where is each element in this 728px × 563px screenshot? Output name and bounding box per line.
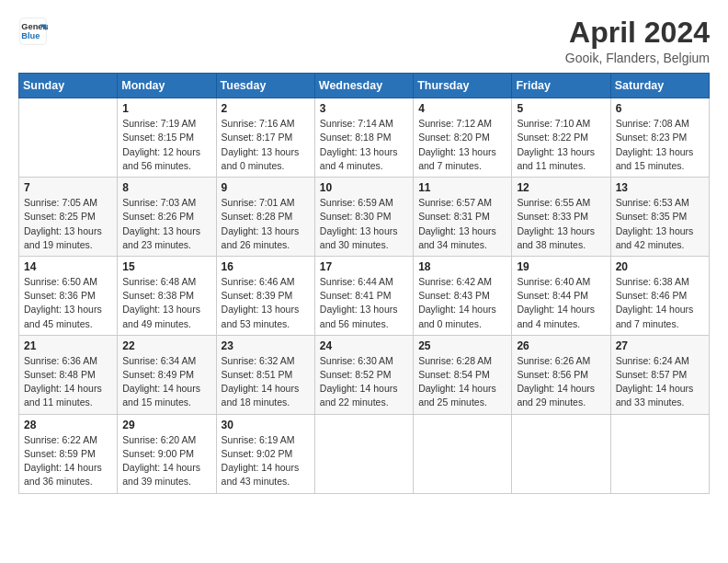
weekday-header-saturday: Saturday [610,74,709,98]
day-info: Sunrise: 7:14 AM Sunset: 8:18 PM Dayligh… [320,117,408,173]
day-number: 2 [222,102,310,115]
calendar-week-row: 1Sunrise: 7:19 AM Sunset: 8:15 PM Daylig… [19,98,710,178]
day-number: 9 [222,181,310,194]
calendar-cell: 26Sunrise: 6:26 AM Sunset: 8:56 PM Dayli… [512,335,610,414]
day-info: Sunrise: 6:42 AM Sunset: 8:43 PM Dayligh… [418,275,506,331]
weekday-header-tuesday: Tuesday [216,74,314,98]
calendar-cell: 25Sunrise: 6:28 AM Sunset: 8:54 PM Dayli… [414,335,512,414]
calendar-cell: 16Sunrise: 6:46 AM Sunset: 8:39 PM Dayli… [216,256,314,335]
calendar-week-row: 21Sunrise: 6:36 AM Sunset: 8:48 PM Dayli… [19,335,710,414]
day-info: Sunrise: 6:26 AM Sunset: 8:56 PM Dayligh… [517,354,605,410]
day-number: 4 [418,102,506,115]
day-number: 17 [320,260,408,273]
day-number: 24 [320,339,408,352]
day-info: Sunrise: 6:48 AM Sunset: 8:38 PM Dayligh… [122,275,210,331]
calendar-cell [414,414,512,493]
day-number: 14 [24,260,112,273]
calendar-cell: 30Sunrise: 6:19 AM Sunset: 9:02 PM Dayli… [216,414,314,493]
day-info: Sunrise: 6:20 AM Sunset: 9:00 PM Dayligh… [122,433,210,489]
day-info: Sunrise: 6:44 AM Sunset: 8:41 PM Dayligh… [320,275,408,331]
calendar-week-row: 14Sunrise: 6:50 AM Sunset: 8:36 PM Dayli… [19,256,710,335]
svg-text:Blue: Blue [21,31,40,40]
day-info: Sunrise: 6:46 AM Sunset: 8:39 PM Dayligh… [222,275,310,331]
calendar-cell: 19Sunrise: 6:40 AM Sunset: 8:44 PM Dayli… [512,256,610,335]
day-number: 27 [616,339,704,352]
day-number: 10 [320,181,408,194]
day-number: 15 [122,260,210,273]
day-number: 23 [222,339,310,352]
day-info: Sunrise: 6:28 AM Sunset: 8:54 PM Dayligh… [418,354,506,410]
calendar-cell: 9Sunrise: 7:01 AM Sunset: 8:28 PM Daylig… [216,178,314,257]
day-info: Sunrise: 6:53 AM Sunset: 8:35 PM Dayligh… [616,196,704,252]
header: General Blue April 2024 Gooik, Flanders,… [18,17,710,65]
day-number: 30 [222,419,310,431]
day-number: 13 [616,181,704,194]
calendar-week-row: 28Sunrise: 6:22 AM Sunset: 8:59 PM Dayli… [19,414,710,493]
calendar-cell: 18Sunrise: 6:42 AM Sunset: 8:43 PM Dayli… [414,256,512,335]
calendar-cell: 7Sunrise: 7:05 AM Sunset: 8:25 PM Daylig… [19,178,118,257]
calendar-cell: 21Sunrise: 6:36 AM Sunset: 8:48 PM Dayli… [19,335,118,414]
calendar-cell [512,414,610,493]
calendar-cell [314,414,413,493]
day-number: 7 [24,181,112,194]
day-info: Sunrise: 6:59 AM Sunset: 8:30 PM Dayligh… [320,196,408,252]
calendar-cell [19,98,118,178]
day-info: Sunrise: 6:24 AM Sunset: 8:57 PM Dayligh… [616,354,704,410]
calendar-cell: 3Sunrise: 7:14 AM Sunset: 8:18 PM Daylig… [314,98,413,178]
day-info: Sunrise: 6:34 AM Sunset: 8:49 PM Dayligh… [122,354,210,410]
weekday-header-monday: Monday [118,74,216,98]
day-number: 16 [222,260,310,273]
day-info: Sunrise: 7:12 AM Sunset: 8:20 PM Dayligh… [418,117,506,173]
calendar-cell: 4Sunrise: 7:12 AM Sunset: 8:20 PM Daylig… [414,98,512,178]
weekday-header-row: SundayMondayTuesdayWednesdayThursdayFrid… [19,74,710,98]
day-number: 12 [517,181,605,194]
calendar-cell: 28Sunrise: 6:22 AM Sunset: 8:59 PM Dayli… [19,414,118,493]
calendar-cell: 12Sunrise: 6:55 AM Sunset: 8:33 PM Dayli… [512,178,610,257]
day-number: 11 [418,181,506,194]
day-number: 22 [122,339,210,352]
day-number: 5 [517,102,605,115]
calendar-cell: 2Sunrise: 7:16 AM Sunset: 8:17 PM Daylig… [216,98,314,178]
day-number: 21 [24,339,112,352]
day-info: Sunrise: 6:38 AM Sunset: 8:46 PM Dayligh… [616,275,704,331]
calendar-table: SundayMondayTuesdayWednesdayThursdayFrid… [18,73,710,493]
calendar-cell: 11Sunrise: 6:57 AM Sunset: 8:31 PM Dayli… [414,178,512,257]
day-number: 1 [122,102,210,115]
calendar-cell: 23Sunrise: 6:32 AM Sunset: 8:51 PM Dayli… [216,335,314,414]
calendar-cell: 8Sunrise: 7:03 AM Sunset: 8:26 PM Daylig… [118,178,216,257]
day-number: 19 [517,260,605,273]
calendar-week-row: 7Sunrise: 7:05 AM Sunset: 8:25 PM Daylig… [19,178,710,257]
weekday-header-thursday: Thursday [414,74,512,98]
day-info: Sunrise: 6:57 AM Sunset: 8:31 PM Dayligh… [418,196,506,252]
day-info: Sunrise: 6:55 AM Sunset: 8:33 PM Dayligh… [517,196,605,252]
logo: General Blue [18,17,48,46]
calendar-cell: 14Sunrise: 6:50 AM Sunset: 8:36 PM Dayli… [19,256,118,335]
calendar-cell: 24Sunrise: 6:30 AM Sunset: 8:52 PM Dayli… [314,335,413,414]
day-number: 8 [122,181,210,194]
calendar-cell: 13Sunrise: 6:53 AM Sunset: 8:35 PM Dayli… [610,178,709,257]
day-number: 25 [418,339,506,352]
calendar-cell: 5Sunrise: 7:10 AM Sunset: 8:22 PM Daylig… [512,98,610,178]
calendar-cell: 10Sunrise: 6:59 AM Sunset: 8:30 PM Dayli… [314,178,413,257]
main-title: April 2024 [565,17,710,49]
calendar-cell: 15Sunrise: 6:48 AM Sunset: 8:38 PM Dayli… [118,256,216,335]
day-info: Sunrise: 6:30 AM Sunset: 8:52 PM Dayligh… [320,354,408,410]
day-info: Sunrise: 6:32 AM Sunset: 8:51 PM Dayligh… [222,354,310,410]
day-info: Sunrise: 6:50 AM Sunset: 8:36 PM Dayligh… [24,275,112,331]
day-info: Sunrise: 7:19 AM Sunset: 8:15 PM Dayligh… [122,117,210,173]
weekday-header-sunday: Sunday [19,74,118,98]
day-number: 20 [616,260,704,273]
day-number: 29 [122,419,210,431]
day-info: Sunrise: 7:10 AM Sunset: 8:22 PM Dayligh… [517,117,605,173]
weekday-header-friday: Friday [512,74,610,98]
calendar-cell: 6Sunrise: 7:08 AM Sunset: 8:23 PM Daylig… [610,98,709,178]
title-block: April 2024 Gooik, Flanders, Belgium [565,17,710,65]
calendar-cell: 22Sunrise: 6:34 AM Sunset: 8:49 PM Dayli… [118,335,216,414]
calendar-cell [610,414,709,493]
day-info: Sunrise: 7:03 AM Sunset: 8:26 PM Dayligh… [122,196,210,252]
day-number: 6 [616,102,704,115]
day-info: Sunrise: 7:16 AM Sunset: 8:17 PM Dayligh… [222,117,310,173]
day-info: Sunrise: 6:40 AM Sunset: 8:44 PM Dayligh… [517,275,605,331]
calendar-cell: 20Sunrise: 6:38 AM Sunset: 8:46 PM Dayli… [610,256,709,335]
day-info: Sunrise: 7:01 AM Sunset: 8:28 PM Dayligh… [222,196,310,252]
